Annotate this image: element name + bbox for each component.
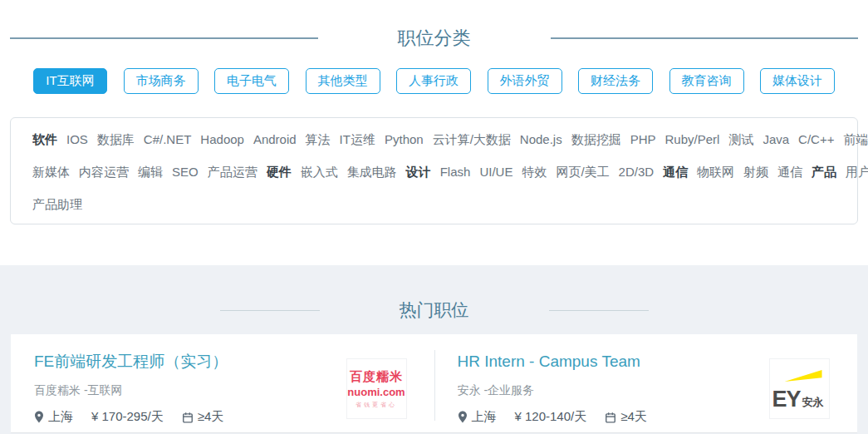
job-board-page: 职位分类 IT互联网市场商务电子电气其他类型人事行政外语外贸财经法务教育咨询媒体… [0, 27, 868, 434]
tag-link[interactable]: C#/.NET [144, 132, 192, 146]
category-tab-1[interactable]: IT互联网 [33, 68, 107, 94]
job-location-text: 上海 [48, 409, 73, 425]
job-duration: ≥4天 [605, 409, 647, 425]
job-location: 上海 [458, 409, 497, 425]
hot-jobs-section: 热门职位 FE前端研发工程师（实习）百度糯米 -互联网上海¥ 170-295/天… [0, 265, 868, 434]
tag-link[interactable]: 物联网 [697, 165, 734, 179]
category-tab-5[interactable]: 人事行政 [396, 68, 471, 94]
tag-category-label[interactable]: 产品 [812, 165, 836, 179]
ey-logo-row: EY安永 [772, 391, 823, 407]
location-pin-icon [458, 411, 468, 423]
tag-link[interactable]: Hadoop [200, 132, 244, 146]
tag-link[interactable]: IOS [66, 132, 88, 146]
location-pin-icon [34, 411, 44, 423]
job-card-info: HR Intern - Campus Team安永 -企业服务上海¥ 120-1… [458, 351, 647, 425]
job-meta-row: 上海¥ 120-140/天≥4天 [458, 409, 647, 425]
heading-rule-left [10, 37, 318, 39]
heading-rule-left [220, 310, 320, 311]
tag-link[interactable]: PHP [630, 132, 656, 146]
tag-link[interactable]: 通信 [777, 165, 802, 179]
job-categories-section: 职位分类 IT互联网市场商务电子电气其他类型人事行政外语外贸财经法务教育咨询媒体… [0, 27, 868, 224]
tag-link[interactable]: 云计算/大数据 [433, 132, 511, 146]
tag-link[interactable]: 数据挖掘 [571, 132, 621, 146]
tag-link[interactable]: 射频 [743, 165, 768, 179]
category-tab-7[interactable]: 财经法务 [578, 68, 653, 94]
ey-beam-icon [785, 370, 822, 383]
tag-link[interactable]: 2D/3D [619, 165, 655, 179]
job-title-link[interactable]: HR Intern - Campus Team [458, 351, 647, 372]
job-card-1[interactable]: FE前端研发工程师（实习）百度糯米 -互联网上海¥ 170-295/天≥4天百度… [11, 334, 434, 432]
logo-text-ey: EY [772, 391, 800, 407]
tag-link[interactable]: SEO [172, 165, 199, 179]
tag-category-label[interactable]: 硬件 [267, 165, 292, 179]
tag-category-label[interactable]: 设计 [406, 165, 431, 179]
tag-link[interactable]: 内容运营 [79, 165, 129, 179]
company-line[interactable]: 百度糯米 -互联网 [34, 383, 228, 398]
tag-link[interactable]: 集成电路 [347, 165, 397, 179]
tag-link[interactable]: Node.js [520, 132, 562, 146]
ey-logo-inner: EY安永 [772, 370, 826, 407]
tag-row: 产品助理 [32, 188, 836, 220]
tag-row: 软件IOS数据库C#/.NETHadoopAndroid算法IT运维Python… [32, 123, 836, 155]
job-location: 上海 [34, 409, 73, 425]
category-tab-4[interactable]: 其他类型 [306, 68, 380, 94]
category-tab-2[interactable]: 市场商务 [124, 68, 199, 94]
job-location-text: 上海 [472, 409, 497, 425]
tag-category-label[interactable]: 软件 [32, 132, 57, 146]
tag-link[interactable]: C/C++ [798, 132, 834, 146]
tag-link[interactable]: UI/UE [479, 165, 512, 179]
job-card-info: FE前端研发工程师（实习）百度糯米 -互联网上海¥ 170-295/天≥4天 [34, 351, 228, 425]
company-logo: 百度糯米nuomi.com省钱更省心 [346, 358, 407, 419]
tag-link[interactable]: 前端 [843, 132, 868, 146]
tag-link[interactable]: 测试 [728, 132, 753, 146]
tag-category-label[interactable]: 通信 [663, 165, 688, 179]
tag-link[interactable]: 产品运营 [208, 165, 257, 179]
tag-link[interactable]: 数据库 [97, 132, 135, 146]
logo-text-cn: 安永 [802, 397, 824, 407]
hot-section-head: 热门职位 [10, 265, 858, 321]
job-duration-text: ≥4天 [620, 409, 647, 425]
category-tab-8[interactable]: 教育咨询 [669, 68, 744, 94]
category-tabs: IT互联网市场商务电子电气其他类型人事行政外语外贸财经法务教育咨询媒体设计 [33, 68, 835, 94]
tag-link[interactable]: 算法 [306, 132, 331, 146]
job-cards-row: FE前端研发工程师（实习）百度糯米 -互联网上海¥ 170-295/天≥4天百度… [11, 334, 857, 433]
job-salary: ¥ 170-295/天 [91, 409, 164, 425]
company-logo: EY安永 [769, 358, 830, 419]
tag-link[interactable]: 特效 [522, 165, 547, 179]
tag-link[interactable]: Flash [440, 165, 471, 179]
category-tab-6[interactable]: 外语外贸 [488, 68, 562, 94]
category-tab-3[interactable]: 电子电气 [214, 68, 289, 94]
logo-text-domain: nuomi.com [347, 386, 405, 398]
subcategory-tags-box: 软件IOS数据库C#/.NETHadoopAndroid算法IT运维Python… [10, 117, 858, 224]
job-salary: ¥ 120-140/天 [515, 409, 587, 425]
tag-link[interactable]: 编辑 [138, 165, 163, 179]
categories-section-head: 职位分类 [10, 27, 858, 49]
job-meta-row: 上海¥ 170-295/天≥4天 [34, 409, 228, 425]
tag-link[interactable]: 嵌入式 [301, 165, 338, 179]
company-line[interactable]: 安永 -企业服务 [458, 383, 647, 398]
category-tab-9[interactable]: 媒体设计 [760, 68, 835, 94]
calendar-icon [605, 412, 616, 423]
calendar-icon [182, 412, 194, 423]
heading-rule-right [551, 37, 859, 39]
job-card-2[interactable]: HR Intern - Campus Team安永 -企业服务上海¥ 120-1… [434, 334, 858, 432]
tag-link[interactable]: 网页/美工 [556, 165, 609, 179]
categories-section-title: 职位分类 [398, 27, 471, 49]
hot-section-title: 热门职位 [400, 299, 469, 321]
heading-rule-right [549, 310, 649, 311]
logo-text-cn: 百度糯米 [350, 369, 403, 385]
tag-link[interactable]: Python [385, 132, 424, 146]
tag-link[interactable]: Ruby/Perl [665, 132, 720, 146]
job-title-link[interactable]: FE前端研发工程师（实习） [34, 351, 228, 372]
tag-link[interactable]: 产品助理 [32, 197, 82, 211]
tag-link[interactable]: Java [763, 132, 789, 146]
tag-link[interactable]: 用户研究 [846, 165, 868, 179]
job-duration-text: ≥4天 [198, 409, 224, 425]
logo-text-slogan: 省钱更省心 [356, 401, 397, 409]
tag-link[interactable]: 新媒体 [32, 165, 70, 179]
tag-row: 新媒体内容运营编辑SEO产品运营硬件嵌入式集成电路设计FlashUI/UE特效网… [32, 155, 836, 188]
job-duration: ≥4天 [182, 409, 224, 425]
tag-link[interactable]: IT运维 [340, 132, 375, 146]
tag-link[interactable]: Android [253, 132, 297, 146]
